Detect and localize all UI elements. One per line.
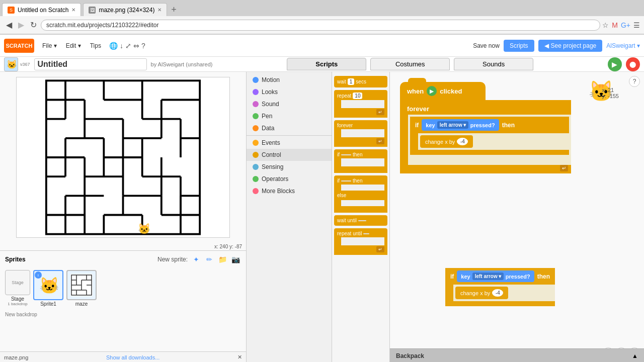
stage-label: Stage	[11, 296, 24, 302]
share-button[interactable]: Scripts	[504, 40, 534, 52]
save-now-button[interactable]: Save now	[473, 42, 500, 49]
if-label: if	[337, 152, 340, 157]
back-button[interactable]: ◀	[4, 19, 14, 31]
when-flag-block[interactable]: when ▶ clicked	[400, 82, 486, 100]
cat-data-label: Data	[262, 125, 274, 132]
scratch-logo[interactable]: SCRATCH	[4, 39, 34, 53]
cat-motion-label: Motion	[262, 76, 280, 83]
block-wait[interactable]: wait 1 secs	[334, 76, 387, 87]
sprite-item-sprite1[interactable]: i 🐱 Sprite1	[33, 270, 63, 307]
reload-button[interactable]: ↻	[28, 19, 39, 31]
tab-scratch-close[interactable]: ✕	[71, 7, 75, 13]
menu-edit[interactable]: Edit ▾	[62, 40, 85, 51]
block-forever[interactable]: forever ↵	[334, 120, 387, 147]
backpack-bar[interactable]: Backpack ▲	[390, 348, 644, 362]
tab-scripts[interactable]: Scripts	[287, 58, 366, 70]
header-right: Save now Scripts ◀ See project page AlSw…	[473, 40, 640, 52]
resize-icon[interactable]: ⇔	[133, 42, 139, 50]
left-arrow-dropdown-1[interactable]: left arrow ▾	[437, 121, 468, 129]
close-download-icon[interactable]: ✕	[237, 354, 242, 360]
maze-thumb	[66, 270, 97, 300]
cat-operators[interactable]: Operators	[247, 173, 332, 185]
tab-costumes[interactable]: Costumes	[370, 58, 450, 70]
cat-events[interactable]: Events	[247, 137, 332, 149]
tab-scratch[interactable]: S Untitled on Scratch ✕	[2, 3, 81, 16]
tab-maze[interactable]: 🖼 maze.png (324×324) ✕	[83, 3, 167, 16]
repeat-value[interactable]: 10	[353, 93, 362, 99]
block-if-else[interactable]: if then else	[334, 175, 387, 213]
condition-block-2[interactable]: key left arrow ▾ pressed?	[457, 270, 534, 282]
cat-sensing-label: Sensing	[262, 163, 283, 170]
green-flag-button[interactable]: ▶	[608, 57, 622, 71]
menu-tips[interactable]: Tips	[86, 40, 105, 51]
if2-lbl: if	[450, 273, 454, 280]
change-x-block-1[interactable]: change x by -4	[420, 135, 473, 148]
maze-display: 🐱	[17, 77, 229, 237]
menu-icon[interactable]: ☰	[633, 21, 640, 29]
gmail-icon[interactable]: M	[612, 21, 618, 29]
new-sprite-star-button[interactable]: ✦	[191, 254, 202, 265]
globe-icon[interactable]: 🌐	[109, 42, 118, 50]
categories-list: Motion Looks Sound Pen Data	[247, 72, 332, 199]
new-sprite-folder-button[interactable]: 📁	[217, 254, 228, 265]
if-block-2[interactable]: if key left arrow ▾ pressed? then	[445, 268, 555, 306]
nav-bar: ◀ ▶ ↻ ☆ M G+ ☰	[0, 16, 644, 34]
new-sprite-paint-button[interactable]: ✏	[204, 254, 215, 265]
nav-icons: ☆ M G+ ☰	[602, 21, 640, 29]
fullscreen-icon[interactable]: ⤢	[125, 42, 131, 50]
new-backdrop-label: New backdrop	[0, 310, 246, 319]
cat-sound[interactable]: Sound	[247, 98, 332, 110]
maze-name: maze	[75, 301, 88, 307]
show-downloads-link[interactable]: Show all downloads...	[106, 354, 159, 360]
blocks-list: wait 1 secs repeat 10 ↵ forever	[332, 72, 390, 362]
block-repeat[interactable]: repeat 10 ↵	[334, 90, 387, 118]
download-icon[interactable]: ↓	[120, 42, 123, 50]
menu-file[interactable]: File ▾	[38, 40, 61, 51]
new-tab-button[interactable]: +	[167, 3, 180, 16]
change-x-block-2[interactable]: change x by -4	[455, 287, 508, 299]
block-if-then[interactable]: if then	[334, 149, 387, 173]
tab-maze-label: maze.png (324×324)	[99, 7, 154, 14]
change-x-value-1[interactable]: -4	[457, 138, 468, 145]
sprite-item-maze[interactable]: maze	[66, 270, 97, 307]
cat-control[interactable]: Control	[247, 149, 332, 161]
cat-sensing[interactable]: Sensing	[247, 161, 332, 173]
forever-end-icon: ↵	[376, 138, 384, 144]
block-wait-until[interactable]: wait until	[334, 215, 387, 226]
control-dot	[253, 152, 259, 158]
change-x-label-2: change x by	[460, 290, 490, 296]
forever-block[interactable]: forever if key left arrow	[400, 100, 571, 173]
new-sprite-buttons: ✦ ✏ 📁 📷	[191, 254, 241, 265]
star-icon[interactable]: ☆	[602, 21, 609, 29]
if-block-1[interactable]: if key left arrow ▾ pressed?	[410, 117, 569, 155]
help-circle-icon[interactable]: ?	[141, 42, 145, 50]
see-project-page-button[interactable]: ◀ See project page	[538, 40, 603, 52]
flag-icon: ▶	[427, 86, 437, 96]
cat-more-blocks[interactable]: More Blocks	[247, 185, 332, 197]
cat-more-blocks-label: More Blocks	[262, 188, 295, 195]
address-bar[interactable]	[41, 20, 600, 31]
new-sprite-camera-button[interactable]: 📷	[230, 254, 241, 265]
wait-value[interactable]: 1	[348, 78, 355, 85]
pressed2-label: pressed?	[506, 274, 530, 280]
project-title-input[interactable]	[34, 58, 147, 70]
forward-button[interactable]: ▶	[16, 19, 26, 31]
tab-maze-close[interactable]: ✕	[157, 7, 162, 13]
cat-data[interactable]: Data	[247, 122, 332, 134]
tab-sounds[interactable]: Sounds	[454, 58, 533, 70]
help-button[interactable]: ?	[629, 76, 640, 87]
cat-pen[interactable]: Pen	[247, 110, 332, 122]
stage-item[interactable]: Stage Stage 1 backdrop	[5, 270, 30, 306]
plus-icon[interactable]: G+	[621, 21, 630, 29]
scripts-canvas[interactable]: when ▶ clicked forever if	[390, 72, 644, 362]
left-arrow-dropdown-2[interactable]: left arrow ▾	[472, 273, 504, 280]
repeat-end-icon: ↵	[376, 109, 384, 115]
stop-button[interactable]: ⬤	[626, 57, 640, 71]
cat-control-label: Control	[262, 151, 281, 158]
condition-block-1[interactable]: key left arrow ▾ pressed?	[422, 119, 499, 131]
cat-looks[interactable]: Looks	[247, 86, 332, 98]
block-repeat-until[interactable]: repeat until ↵	[334, 228, 387, 255]
change-x-value-2[interactable]: -4	[492, 289, 503, 297]
cat-motion[interactable]: Motion	[247, 74, 332, 86]
user-menu[interactable]: AlSweigart ▾	[606, 42, 640, 49]
